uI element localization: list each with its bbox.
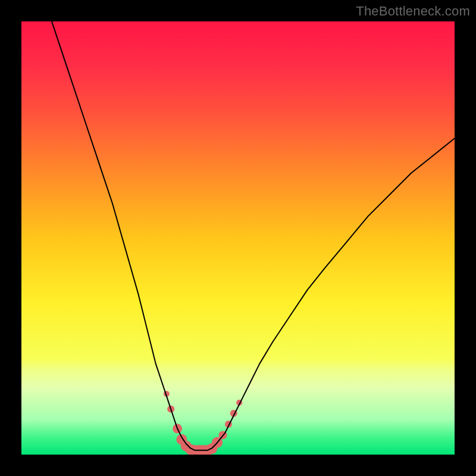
watermark-text: TheBottleneck.com [356,4,470,19]
bottleneck-chart [21,21,455,455]
chart-background [21,21,455,455]
outer-frame: TheBottleneck.com [0,0,476,476]
